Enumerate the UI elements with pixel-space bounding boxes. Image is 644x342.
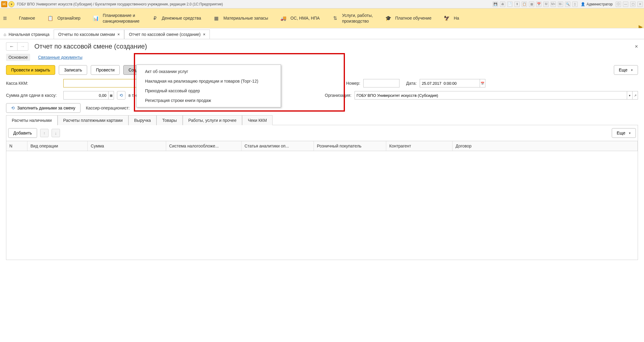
planning-icon: 📊 [93, 15, 99, 22]
menu-item-sales-book-row[interactable]: Регистрация строки книги продаж [137, 96, 281, 105]
copy-icon[interactable]: 📋 [522, 2, 527, 7]
detail-tabs: Расчеты наличными Расчеты платежными кар… [6, 115, 638, 125]
move-down-button[interactable]: ↓ [52, 129, 60, 137]
hamburger-icon[interactable]: ≡ [3, 14, 7, 22]
post-and-close-button[interactable]: Провести и закрыть [6, 65, 55, 75]
itab-revenue[interactable]: Выручка [128, 115, 157, 125]
itab-services[interactable]: Работы, услуги и прочее [183, 115, 242, 125]
menu-item-service-act[interactable]: Акт об оказании услуг [137, 67, 281, 76]
form-area: Касса ККМ: ▾ Номер: Дата: 📅 Сумма для сд… [6, 79, 638, 113]
th-tax-system[interactable]: Система налогообложе... [166, 141, 242, 151]
create-based-on-menu: Акт об оказании услуг Накладная на реали… [136, 65, 281, 107]
post-button[interactable]: Провести [91, 65, 120, 75]
m-plus-icon[interactable]: M+ [551, 2, 556, 7]
kassa-kkm-input[interactable] [63, 79, 148, 87]
subtab-main[interactable]: Основное [6, 54, 30, 61]
org-open-button[interactable]: ↗ [633, 91, 638, 100]
nav-organizer[interactable]: 📋Органайзер [47, 15, 80, 22]
menu-item-torg12[interactable]: Накладная на реализацию продукции и това… [137, 76, 281, 86]
tab-label: Отчет по кассовой смене (создание) [129, 32, 200, 37]
itab-receipts[interactable]: Чеки ККМ [242, 115, 273, 125]
tab-home-label: Начальная страница [8, 32, 49, 37]
nav-scroll-right-icon[interactable]: ▶ [639, 24, 643, 28]
move-up-button[interactable]: ↑ [40, 129, 49, 137]
table-body[interactable] [6, 151, 638, 260]
date-input-wrap: 📅 [420, 79, 485, 87]
nav-assets[interactable]: 🚚ОС, НМА, НПА [280, 15, 320, 22]
nav-planning[interactable]: 📊Планирование и санкционирование [93, 13, 140, 24]
th-sum[interactable]: Сумма [88, 141, 166, 151]
calc-icon[interactable]: ▦ [529, 2, 534, 7]
form-row-3: ⟲ Заполнить данными за смену Кассир-опер… [6, 103, 638, 113]
clipboard-icon: 📋 [47, 15, 54, 22]
sliders-icon: ⇅ [332, 15, 338, 22]
close-tab-icon[interactable]: × [117, 32, 120, 37]
info-icon[interactable]: ⓘ [616, 2, 621, 7]
user-label[interactable]: 👤 Администратор [581, 2, 613, 6]
close-window-icon[interactable]: ✕ [637, 2, 643, 7]
minimize-icon[interactable]: — [623, 2, 628, 7]
th-n[interactable]: N [6, 141, 27, 151]
save-button[interactable]: Записать [59, 65, 87, 75]
tab-reports-list[interactable]: Отчеты по кассовым сменам × [54, 30, 124, 39]
sum-calc-button[interactable]: ▦ [109, 91, 114, 100]
nav-forward-button[interactable]: → [17, 43, 28, 50]
m-icon[interactable]: M [543, 2, 549, 7]
th-counterparty[interactable]: Контрагент [386, 141, 453, 151]
tab-home[interactable]: ⌂ Начальная страница [2, 30, 54, 39]
nav-education[interactable]: 🎓Платное обучение [385, 15, 431, 22]
save-icon[interactable]: 💾 [493, 2, 498, 7]
document-tabs: ⌂ Начальная страница Отчеты по кассовым … [0, 28, 644, 39]
titlebar-toolbar: 💾 🖶 📄 ⬆ 📋 ▦ 📅 M M+ M- 🔍 ▯ 👤 Администрато… [493, 2, 643, 7]
app-menu-dropdown[interactable]: ▾ [8, 1, 14, 7]
number-input[interactable] [363, 79, 399, 87]
sum-label: Сумма для сдачи в кассу: [6, 93, 60, 98]
table-more-button[interactable]: Еще [612, 128, 636, 138]
print-icon[interactable]: 🖶 [500, 2, 505, 7]
th-contract[interactable]: Договор [453, 141, 638, 151]
sum-input[interactable] [63, 91, 109, 100]
nav-money[interactable]: ₽Денежные средства [152, 15, 201, 22]
panel-icon[interactable]: ▯ [572, 2, 578, 7]
tab-report-create[interactable]: Отчет по кассовой смене (создание) × [124, 30, 210, 39]
fill-label: Заполнить данными за смену [17, 106, 75, 110]
page-title: Отчет по кассовой смене (создание) [34, 43, 147, 50]
nav-history: ← → [6, 42, 28, 51]
itab-cash[interactable]: Расчеты наличными [6, 115, 58, 125]
nav-back-button[interactable]: ← [6, 43, 17, 50]
th-operation[interactable]: Вид операции [27, 141, 88, 151]
add-row-button[interactable]: Добавить [8, 128, 37, 138]
refresh-button[interactable]: ⟲ [117, 91, 125, 100]
m-minus-icon[interactable]: M- [558, 2, 563, 7]
maximize-icon[interactable]: ▢ [630, 2, 636, 7]
date-picker-button[interactable]: 📅 [480, 79, 485, 87]
zoom-icon[interactable]: 🔍 [565, 2, 570, 7]
table-toolbar: Добавить ↑ ↓ Еще [6, 125, 638, 141]
itab-goods[interactable]: Товары [156, 115, 182, 125]
nav-more[interactable]: 🦅На [444, 15, 459, 22]
more-button[interactable]: Еще [614, 65, 638, 75]
date-label: Дата: [406, 81, 417, 86]
preview-icon[interactable]: 📄 [507, 2, 513, 7]
calendar-icon[interactable]: 📅 [536, 2, 541, 7]
nav-services[interactable]: ⇅Услуги, работы, производство [332, 13, 373, 24]
main-navigation: ≡ Главное 📋Органайзер 📊Планирование и са… [0, 8, 644, 28]
close-page-icon[interactable]: × [635, 43, 638, 50]
date-input[interactable] [420, 79, 480, 87]
nav-main[interactable]: Главное [19, 15, 35, 21]
boxes-icon: ▦ [213, 15, 220, 22]
subtab-linked-docs[interactable]: Связанные документы [36, 54, 85, 61]
tab-label: Отчеты по кассовым сменам [58, 32, 115, 37]
kassa-kkm-label: Касса ККМ: [6, 81, 60, 86]
itab-cards[interactable]: Расчеты платежными картами [58, 115, 128, 125]
th-analytics[interactable]: Статья аналитики оп... [242, 141, 314, 151]
th-retail-customer[interactable]: Розничный покупатель [314, 141, 386, 151]
upload-icon[interactable]: ⬆ [514, 2, 520, 7]
titlebar: 1C ▾ ГОБУ ВПО Университет искусств (Субс… [0, 0, 644, 8]
close-tab-icon[interactable]: × [203, 32, 205, 37]
org-input[interactable] [355, 91, 627, 100]
fill-shift-data-button[interactable]: ⟲ Заполнить данными за смену [6, 103, 80, 113]
org-dropdown[interactable]: ▾ [627, 91, 633, 100]
menu-item-cash-receipt[interactable]: Приходный кассовый ордер [137, 86, 281, 96]
nav-materials[interactable]: ▦Материальные запасы [213, 15, 268, 22]
